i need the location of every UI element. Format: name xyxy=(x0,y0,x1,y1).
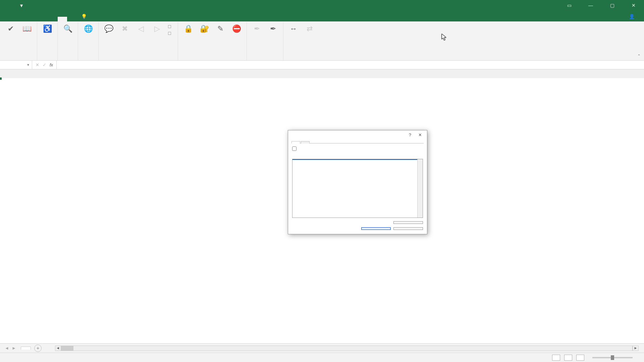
tab-ansicht[interactable] xyxy=(67,17,76,21)
name-box-input[interactable] xyxy=(2,62,22,67)
thesaurus-button[interactable]: 📖 xyxy=(19,23,35,36)
sheet-tab-bar: ◄ ► ＋ ◄ ► xyxy=(0,343,644,353)
toggle-icon: ☐ xyxy=(166,24,172,30)
status-bar xyxy=(0,353,644,362)
title-bar: ▾ ▭ — ▢ ✕ xyxy=(0,0,644,11)
dialog-tab-weitere[interactable] xyxy=(301,141,310,143)
enter-formula-icon: ✓ xyxy=(43,62,46,67)
sheet-nav-prev-icon[interactable]: ◄ xyxy=(5,346,9,351)
ranges-icon: ✎ xyxy=(215,23,226,34)
protect-workbook-button[interactable]: 🔐 xyxy=(196,23,212,36)
ribbon-options-icon[interactable]: ▭ xyxy=(561,3,577,8)
users-listbox[interactable] xyxy=(292,159,423,218)
share-legacy-icon: ↔ xyxy=(288,23,299,34)
abc-icon: ✔︎ xyxy=(5,23,16,34)
add-sheet-button[interactable]: ＋ xyxy=(34,345,42,352)
hscroll-track[interactable] xyxy=(61,346,633,351)
group-kommentare xyxy=(99,58,178,60)
share-button[interactable]: 👤 xyxy=(623,11,643,21)
unshare-button: ⛔ xyxy=(228,23,245,36)
prev-icon: ◁ xyxy=(136,23,146,34)
show-icon: ☐ xyxy=(166,31,172,37)
view-layout-icon[interactable] xyxy=(564,355,572,361)
group-schuetzen xyxy=(178,58,247,60)
compare-icon: ⇄ xyxy=(304,23,315,34)
group-rechtschreibung xyxy=(1,58,37,60)
name-box-dropdown-icon[interactable]: ▼ xyxy=(26,63,30,67)
translate-icon: 🌐 xyxy=(83,23,94,34)
fx-icon[interactable]: fx xyxy=(50,62,53,67)
minimize-icon[interactable]: — xyxy=(583,3,598,8)
group-barrierefreiheit xyxy=(37,58,57,60)
hscroll-left-icon[interactable]: ◄ xyxy=(55,346,61,351)
prev-comment-button: ◁ xyxy=(133,23,149,36)
protect-sheet-button[interactable]: 🔒 xyxy=(180,23,196,36)
ink-start-button: ✒ xyxy=(249,23,265,36)
legacy-sharing-checkbox-input[interactable] xyxy=(292,146,297,151)
ok-button[interactable] xyxy=(361,227,391,230)
legacy-sharing-checkbox[interactable] xyxy=(292,146,423,151)
delete-comment-button: ✖ xyxy=(117,23,133,36)
share-legacy-button[interactable]: ↔ xyxy=(285,23,302,36)
share-workbook-dialog: ? ✕ xyxy=(288,130,427,234)
quick-access-toolbar: ▾ xyxy=(0,2,23,9)
sheet-lock-icon: 🔒 xyxy=(183,23,194,34)
listbox-scrollbar[interactable] xyxy=(417,159,423,218)
group-vergleiche xyxy=(283,58,320,60)
cancel-button[interactable] xyxy=(393,227,423,230)
dialog-tab-status[interactable] xyxy=(291,141,300,143)
dialog-help-icon[interactable]: ? xyxy=(406,132,414,137)
name-box[interactable]: ▼ xyxy=(0,61,32,69)
compare-merge-button: ⇄ xyxy=(302,23,318,36)
wb-lock-icon: 🔐 xyxy=(199,23,210,34)
new-comment-button[interactable]: 💬 xyxy=(101,23,117,36)
remove-user-button[interactable] xyxy=(393,221,423,224)
smart-lookup-button[interactable]: 🔍 xyxy=(60,23,76,36)
allow-ranges-button[interactable]: ✎ xyxy=(212,23,228,36)
accessibility-icon: ♿ xyxy=(42,23,53,34)
ink-icon: ✒ xyxy=(252,23,262,34)
tab-einfuegen[interactable] xyxy=(20,17,30,21)
title-right: ▭ — ▢ ✕ xyxy=(555,3,644,8)
accessibility-button[interactable]: ♿ xyxy=(39,23,55,36)
tab-suchen[interactable]: 💡 xyxy=(76,11,94,21)
next-comment-button: ▷ xyxy=(149,23,165,36)
book-icon: 📖 xyxy=(21,23,32,34)
comment-icon: 💬 xyxy=(103,23,114,34)
search-icon: 💡 xyxy=(81,14,87,19)
collapse-ribbon-icon[interactable]: ⌃ xyxy=(637,54,641,58)
group-einblicke xyxy=(58,58,78,60)
unshare-icon: ⛔ xyxy=(231,23,242,34)
formula-input[interactable] xyxy=(57,61,644,69)
sheet-tab[interactable] xyxy=(21,347,31,350)
dialog-close-icon[interactable]: ✕ xyxy=(416,132,424,137)
group-freihand xyxy=(247,58,283,60)
share-icon: 👤 xyxy=(629,14,635,19)
zoom-slider[interactable] xyxy=(592,357,633,358)
next-icon: ▷ xyxy=(152,23,162,34)
tab-ueberpruefen[interactable] xyxy=(58,17,67,21)
tab-datei[interactable] xyxy=(1,17,11,21)
tab-formeln[interactable] xyxy=(39,17,48,21)
tab-start[interactable] xyxy=(11,17,20,21)
show-all-comments-button[interactable]: ☐ xyxy=(165,30,176,37)
toggle-comments-button: ☐ xyxy=(165,23,176,30)
ribbon-tabs: 💡 👤 xyxy=(0,11,644,21)
hscroll-right-icon[interactable]: ► xyxy=(633,346,639,351)
qat-more-icon[interactable]: ▾ xyxy=(20,2,23,9)
delete-icon: ✖ xyxy=(119,23,130,34)
users-list-item[interactable] xyxy=(292,159,423,160)
view-pagebreak-icon[interactable] xyxy=(576,355,584,361)
group-sprache xyxy=(78,58,98,60)
ink-hide-button[interactable]: ✒ xyxy=(265,23,281,36)
tab-seitenlayout[interactable] xyxy=(30,17,39,21)
sheet-nav-next-icon[interactable]: ► xyxy=(12,346,16,351)
maximize-icon[interactable]: ▢ xyxy=(604,3,620,8)
close-icon[interactable]: ✕ xyxy=(626,3,641,8)
hscroll-thumb[interactable] xyxy=(61,346,73,351)
cancel-formula-icon: ✕ xyxy=(36,62,39,67)
translate-button[interactable]: 🌐 xyxy=(80,23,96,36)
tab-daten[interactable] xyxy=(48,17,58,21)
view-normal-icon[interactable] xyxy=(552,355,560,361)
spellcheck-button[interactable]: ✔︎ xyxy=(3,23,19,36)
